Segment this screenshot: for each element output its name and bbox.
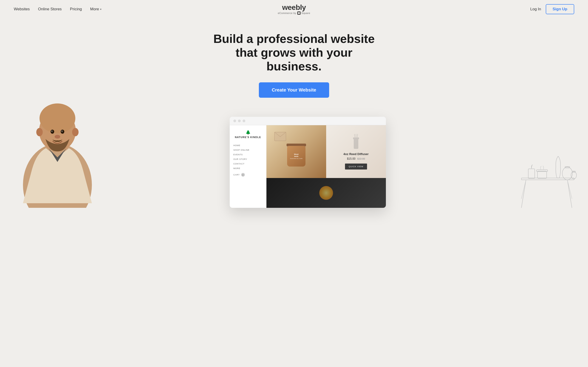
product-2-bg: 4oz Reed Diffuser $15.00 $22.00 QUICK VI…	[326, 125, 386, 178]
hero-title: Build a professional website that grows …	[207, 32, 381, 73]
svg-point-8	[51, 131, 52, 132]
svg-point-4	[36, 128, 43, 136]
browser-dot-yellow	[238, 119, 241, 122]
price-current: $15.00	[347, 157, 355, 160]
nav-websites[interactable]: Websites	[14, 7, 30, 11]
site-nav-shop: SHOP ONLINE	[233, 148, 262, 152]
nav-pricing[interactable]: Pricing	[70, 7, 82, 11]
site-logo-icon: 🌲	[246, 130, 251, 135]
site-logo-text: NATURE'S KINDLE	[235, 136, 261, 139]
site-main: Wood lands Handcrafted Soy Candle	[267, 125, 386, 208]
site-nav-story: OUR STORY	[233, 157, 262, 161]
navbar: Websites Online Stores Pricing More ▾ we…	[0, 0, 588, 18]
cart-badge: 2	[241, 173, 245, 177]
site-nav-contact: CONTACT	[233, 161, 262, 166]
product-1-bg: Wood lands Handcrafted Soy Candle	[267, 125, 326, 178]
browser-content: 🌲 NATURE'S KINDLE HOME SHOP ONLINE EVENT…	[230, 125, 386, 208]
price-old: $22.00	[357, 157, 365, 160]
square-icon	[297, 11, 300, 15]
svg-point-5	[72, 128, 78, 136]
svg-line-20	[521, 180, 526, 199]
svg-line-14	[355, 134, 355, 137]
product-card-1: Wood lands Handcrafted Soy Candle	[267, 125, 326, 178]
nav-online-stores[interactable]: Online Stores	[38, 7, 62, 11]
product-card-2: 4oz Reed Diffuser $15.00 $22.00 QUICK VI…	[326, 125, 386, 178]
bottom-section: 🌲 NATURE'S KINDLE HOME SHOP ONLINE EVENT…	[0, 111, 588, 208]
cart-item: CART 2	[233, 173, 262, 177]
candle-flame	[319, 186, 333, 200]
svg-rect-12	[354, 139, 358, 149]
deco-drawing	[515, 111, 579, 208]
signup-button[interactable]: Sign Up	[546, 4, 574, 14]
logo-brand: weebly	[278, 4, 310, 11]
person-figure	[18, 89, 96, 208]
svg-point-27	[571, 172, 577, 179]
site-nav-more: MORE	[233, 166, 262, 171]
browser-mockup: 🌲 NATURE'S KINDLE HOME SHOP ONLINE EVENT…	[230, 117, 386, 208]
products-row: Wood lands Handcrafted Soy Candle	[267, 125, 386, 178]
svg-line-18	[521, 180, 526, 208]
svg-rect-13	[353, 137, 359, 139]
svg-line-16	[357, 134, 358, 137]
svg-point-3	[40, 103, 75, 133]
site-nav-events: EVENTS	[233, 152, 262, 157]
candle-jar-label: Wood lands Handcrafted Soy Candle	[290, 153, 303, 159]
site-sidebar: 🌲 NATURE'S KINDLE HOME SHOP ONLINE EVENT…	[230, 125, 267, 208]
site-nav-home: HOME	[233, 143, 262, 148]
svg-rect-22	[528, 169, 535, 178]
svg-point-9	[61, 131, 63, 132]
product-prices: $15.00 $22.00	[347, 157, 365, 160]
cta-button[interactable]: Create Your Website	[259, 82, 329, 98]
product-bottom-strip	[267, 178, 386, 208]
cart-label: CART	[233, 173, 240, 177]
browser-bar	[230, 117, 386, 125]
quick-view-button[interactable]: QUICK VIEW	[345, 164, 367, 169]
nav-left: Websites Online Stores Pricing More ▾	[14, 7, 102, 11]
site-logo-area: 🌲 NATURE'S KINDLE	[233, 130, 262, 139]
chevron-down-icon: ▾	[100, 8, 102, 11]
svg-line-21	[567, 180, 572, 199]
logo[interactable]: weebly eCommerce by Square	[278, 4, 310, 15]
browser-dot-red	[233, 119, 236, 122]
logo-sub: eCommerce by Square	[278, 11, 310, 15]
nav-right: Log In Sign Up	[530, 4, 574, 14]
browser-dot-green	[242, 119, 245, 122]
svg-rect-23	[537, 171, 547, 178]
product-name: 4oz Reed Diffuser	[343, 152, 369, 156]
svg-line-19	[567, 180, 572, 208]
nav-more[interactable]: More ▾	[90, 7, 102, 11]
candle-jar: Wood lands Handcrafted Soy Candle	[287, 146, 305, 167]
login-link[interactable]: Log In	[530, 7, 541, 11]
svg-point-10	[55, 135, 60, 139]
